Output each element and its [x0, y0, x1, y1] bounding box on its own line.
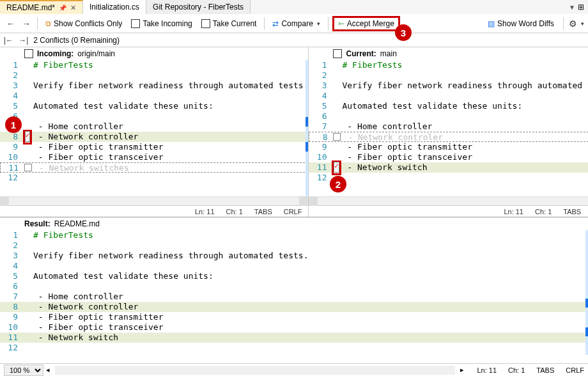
status-ch: Ch: 1	[508, 366, 525, 374]
code-line: - Fiber optic transceiver	[33, 152, 308, 162]
result-filename: README.md	[54, 219, 100, 228]
code-line: - Home controller	[33, 121, 308, 132]
callout-3: 3	[395, 24, 412, 41]
merge-icon: ⤚	[338, 19, 344, 28]
chevron-down-icon[interactable]: ▾	[581, 20, 584, 27]
gear-icon[interactable]: ⚙	[569, 19, 577, 29]
chevron-right-icon[interactable]: ▸	[460, 366, 464, 374]
code-line: - Network controller	[33, 132, 308, 142]
tabs-overflow: ▼ ⊞	[569, 0, 588, 14]
status-crlf: CRLF	[284, 208, 302, 215]
status-crlf: CRLF	[566, 366, 584, 374]
callout-2: 2	[330, 176, 346, 192]
take-current-button[interactable]: Take Current	[197, 17, 261, 30]
hscroll[interactable]	[55, 366, 455, 375]
code-line: # FiberTests	[33, 230, 588, 240]
code-line: Automated test validate these units:	[342, 101, 588, 111]
btn-label: Show Word Diffs	[497, 19, 554, 28]
result-pane: Result: README.md 1# FiberTests 2 3Verif…	[0, 217, 588, 355]
result-code[interactable]: 1# FiberTests 2 3Verify fiber network re…	[0, 230, 588, 355]
close-icon[interactable]: ✕	[70, 4, 76, 12]
code-line: # FiberTests	[342, 60, 588, 70]
current-icon	[201, 19, 210, 28]
conflict-checkbox-current-11[interactable]	[334, 162, 339, 173]
current-status: Ln: 11 Ch: 1 TABS CRLF	[309, 205, 588, 217]
incoming-branch: origin/main	[77, 49, 115, 58]
window-plus-icon[interactable]: ⊞	[578, 3, 584, 12]
zoom-select[interactable]: 100 %	[4, 364, 43, 376]
code-line: - Network switch	[342, 162, 588, 173]
code-line: Automated test validate these units:	[33, 101, 308, 111]
conflicts-icon: ⧉	[45, 19, 51, 28]
diff-split: Incoming: origin/main 1# FiberTests 2 3V…	[0, 47, 588, 217]
compare-button[interactable]: ⇄ Compare ▾	[268, 17, 323, 30]
callout-1: 1	[5, 116, 22, 133]
tab-readme[interactable]: README.md* 📌 ✕	[0, 0, 83, 14]
status-tabs: TABS	[536, 366, 554, 374]
code-line: Verify fiber network readiness through a…	[342, 81, 588, 91]
accept-merge-button[interactable]: ⤚ Accept Merge	[332, 16, 400, 31]
next-conflict-button[interactable]: →|	[19, 36, 28, 45]
status-tabs: TABS	[563, 208, 581, 215]
tab-initialization[interactable]: Initialization.cs	[83, 0, 146, 14]
status-ch: Ch: 1	[226, 208, 243, 215]
bottom-status-bar: 100 % ◂ ▸ Ln: 11 Ch: 1 TABS CRLF	[0, 363, 588, 376]
btn-label: Show Conflicts Only	[54, 19, 122, 28]
back-button[interactable]: ←	[4, 19, 18, 29]
code-line: - Home controller	[342, 121, 588, 132]
code-line: - Fiber optic transceiver	[342, 152, 588, 162]
incoming-icon	[131, 19, 140, 28]
code-line: - Fiber optic transmitter	[33, 312, 588, 322]
forward-button[interactable]: →	[19, 19, 33, 29]
overview-ruler[interactable]	[306, 60, 308, 196]
code-line	[342, 111, 588, 121]
prev-conflict-button[interactable]: |←	[4, 36, 13, 45]
code-line: - Network switch	[33, 333, 588, 343]
code-line	[33, 70, 308, 81]
code-line	[33, 281, 588, 292]
code-line	[342, 173, 588, 183]
status-ln: Ln: 11	[477, 366, 497, 374]
tab-label: Git Repository - FiberTests	[153, 3, 244, 12]
status-tabs: TABS	[254, 208, 272, 215]
conflict-summary-bar: |← →| 2 Conflicts (0 Remaining)	[0, 33, 588, 47]
chevron-left-icon[interactable]: ◂	[46, 366, 50, 374]
current-branch: main	[380, 49, 397, 58]
code-line: - Network controler	[343, 132, 588, 141]
hscroll[interactable]	[309, 196, 588, 205]
code-line	[33, 111, 308, 121]
conflict-checkbox-incoming-8[interactable]	[25, 131, 31, 142]
current-code[interactable]: 1# FiberTests 2 3Verify fiber network re…	[309, 60, 588, 196]
show-conflicts-button[interactable]: ⧉ Show Conflicts Only	[42, 17, 126, 30]
conflict-checkbox-incoming-11[interactable]	[24, 164, 32, 171]
current-label: Current:	[346, 49, 376, 58]
tab-git-repo[interactable]: Git Repository - FiberTests	[146, 0, 251, 14]
code-line: - Fiber optic transmitter	[33, 142, 308, 152]
code-line	[33, 261, 588, 271]
status-ln: Ln: 11	[504, 208, 523, 215]
hscroll[interactable]	[0, 196, 308, 205]
show-word-diffs-button[interactable]: ▤ Show Word Diffs	[484, 17, 558, 30]
code-line: - Network controller	[33, 302, 588, 312]
incoming-icon	[24, 49, 33, 58]
code-line: - Fiber optic transceiver	[33, 322, 588, 333]
conflict-checkbox-current-8[interactable]	[333, 133, 341, 141]
btn-label: Take Current	[213, 19, 257, 28]
result-label: Result:	[24, 219, 50, 228]
result-header: Result: README.md	[0, 217, 588, 230]
current-icon	[333, 49, 342, 58]
chevron-down-icon[interactable]: ▼	[569, 4, 575, 11]
merge-toolbar: ← → ⧉ Show Conflicts Only Take Incoming …	[0, 14, 588, 33]
btn-label: Compare	[281, 19, 313, 28]
pin-icon[interactable]: 📌	[59, 4, 66, 12]
btn-label: Accept Merge	[347, 19, 394, 28]
incoming-header: Incoming: origin/main	[0, 47, 308, 60]
incoming-status: Ln: 11 Ch: 1 TABS CRLF	[0, 205, 308, 217]
code-line: Automated test validate these units:	[33, 271, 588, 281]
incoming-pane: Incoming: origin/main 1# FiberTests 2 3V…	[0, 47, 309, 217]
overview-ruler[interactable]	[585, 230, 588, 355]
incoming-code[interactable]: 1# FiberTests 2 3Verify fiber network re…	[0, 60, 308, 196]
code-line: Verify fiber network readiness through a…	[33, 81, 308, 91]
take-incoming-button[interactable]: Take Incoming	[127, 17, 196, 30]
code-line: - Home controller	[33, 292, 588, 302]
